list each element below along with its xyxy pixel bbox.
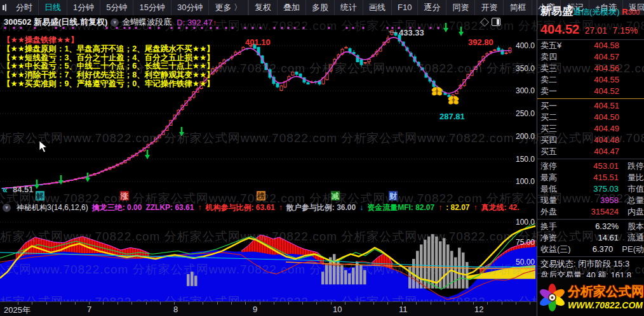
stat-label-2: 跌停	[627, 161, 644, 172]
diamond-icon[interactable]	[480, 17, 489, 26]
site-logo[interactable]: 分析家公式网 WWW.70822.COM	[537, 277, 644, 316]
menu-item-5分钟[interactable]: 5分钟	[100, 0, 133, 15]
rules-line: 【★★操盘原则：1、早盘高开不追；2、尾盘跳水不买★★】	[3, 45, 215, 54]
ask-row-卖五[interactable]: 卖五¥404.58	[537, 40, 644, 51]
stats-block-1: 涨停453.01跌停最高415.51量比最低375.03市值现量3958总量外盘…	[537, 161, 644, 218]
last-price-row: 404.52 27.01 7.15%	[537, 18, 644, 40]
stat-value: 315424	[574, 206, 619, 218]
level-label: 卖一	[540, 86, 574, 97]
layout-window-icon[interactable]	[5, 4, 6, 11]
menu-item-日线[interactable]: 日线	[39, 0, 67, 15]
stat-row-涨停: 涨停453.01跌停	[537, 161, 644, 172]
axis-tick	[502, 302, 502, 305]
svg-text:392.80: 392.80	[468, 37, 493, 47]
indicator-value: : 82.07	[446, 203, 469, 212]
menu-item-分时[interactable]: 分时	[10, 0, 39, 15]
axis-tick	[131, 302, 132, 305]
menu-item-画线[interactable]: 画线	[363, 0, 392, 15]
split-pane-icon[interactable]	[492, 18, 500, 26]
stat-value: 3958	[574, 195, 619, 206]
chevron-down-icon[interactable]: ▾	[111, 18, 119, 27]
ask-row-卖三[interactable]: 卖三404.56	[537, 63, 644, 74]
stat-row-最高: 最高415.51量比	[537, 172, 644, 183]
ask-row-卖二[interactable]: 卖二404.55	[537, 74, 644, 86]
stock-code-title: 300502 新易盛(日线.前复权)	[4, 16, 107, 28]
menu-item-15分钟[interactable]: 15分钟	[133, 0, 171, 15]
event-marker-涨[interactable]: 涨	[120, 191, 129, 201]
event-marker-榜[interactable]: 榜	[257, 191, 265, 201]
stats-block-2: 换手6.32%股本净资14.61流通收益(三)6.370PE(动	[537, 221, 644, 255]
menu-item-更多 〉[interactable]: 更多 〉	[209, 0, 248, 15]
event-marker-解[interactable]: 解	[36, 191, 44, 201]
menu-item-多股[interactable]: 多股	[306, 0, 335, 15]
level-label: 买二	[540, 112, 574, 123]
stat-row-最低: 最低375.03市值	[537, 183, 644, 195]
axis-tick	[387, 302, 388, 305]
stat-row-收益(三): 收益(三)6.370PE(动	[537, 244, 644, 255]
svg-text:100.0: 100.0	[516, 177, 535, 186]
panel-divider[interactable]	[537, 0, 537, 316]
stat-label-2: 股本	[627, 221, 644, 232]
stat-row-净资: 净资14.61流通	[537, 232, 644, 244]
rules-lines: 【★★操盘原则：1、早盘高开不追；2、尾盘跳水不买★★】【★★短线盈亏：3、百分…	[3, 45, 215, 89]
stat-row-现量: 现量3958总量	[537, 195, 644, 206]
axis-tick	[345, 302, 345, 305]
bid-row-买三[interactable]: 买三404.49	[537, 123, 644, 135]
stat-value: 6.32%	[574, 221, 619, 232]
svg-text:300.0: 300.0	[516, 86, 535, 95]
indicator-value: 机构参与比例: 63.61	[205, 203, 274, 212]
menu-item-复权[interactable]: 复权	[249, 0, 278, 15]
stat-label-2: 市值	[627, 183, 644, 195]
menu-item-叠加[interactable]: 叠加	[278, 0, 306, 15]
stat-label-2: PE(动	[622, 244, 644, 255]
indicator-value: ↑	[438, 203, 442, 212]
indicator-value: 散户参与比例: 36.00	[286, 203, 356, 212]
level-price: 404.58	[574, 40, 619, 51]
stat-label-2: 总量	[627, 195, 644, 206]
bid-row-买二[interactable]: 买二404.50	[537, 112, 644, 123]
menu-item-开资[interactable]: 开资	[475, 0, 504, 15]
event-marker-减[interactable]: 减	[331, 191, 340, 201]
trading-app-window: 分时日线1分钟5分钟15分钟30分钟更多 〉 复权叠加多股统计画线F10逐分同资…	[0, 0, 644, 316]
axis-tick	[89, 302, 90, 305]
event-marker-财[interactable]: 财	[389, 191, 398, 201]
axis-tick	[75, 302, 76, 305]
stat-label-2: 内盘	[627, 206, 644, 218]
svg-text:401.10: 401.10	[245, 37, 271, 47]
menu-item-简框[interactable]: 简框	[504, 0, 532, 15]
collapse-indicator-icon[interactable]: ▾	[3, 204, 11, 212]
ask-row-卖一[interactable]: 卖一404.52	[537, 86, 644, 97]
rules-title: 【★★操盘铁律★★】	[3, 36, 215, 45]
axis-tick	[459, 302, 459, 305]
svg-text:84.51: 84.51	[13, 185, 34, 194]
svg-text:50.00: 50.00	[516, 258, 535, 267]
ask-row-卖四[interactable]: 卖四404.57	[537, 51, 644, 63]
svg-text:350.0: 350.0	[516, 64, 535, 73]
ask-levels: 卖五¥404.58卖四404.57卖三404.56卖二404.55卖一404.5…	[537, 40, 644, 97]
indicator-value: ↑	[198, 203, 201, 212]
stat-value: 453.01	[574, 161, 619, 172]
level-price: 404.55	[574, 74, 619, 86]
stat-value: 415.51	[574, 172, 619, 183]
axis-tick	[203, 302, 203, 305]
bid-row-买四[interactable]: 买四404.48	[537, 135, 644, 146]
level-label: 买五	[540, 146, 574, 157]
axis-tick	[189, 302, 189, 305]
menu-item-30分钟[interactable]: 30分钟	[171, 0, 209, 15]
menu-item-逐分[interactable]: 逐分	[418, 0, 446, 15]
axis-tick	[530, 302, 530, 305]
menu-item-统计[interactable]: 统计	[335, 0, 363, 15]
date-label-11: 11	[399, 305, 408, 314]
bid-row-买一[interactable]: 买一404.51	[537, 100, 644, 112]
menu-item-1分钟[interactable]: 1分钟	[67, 0, 100, 15]
level-price: 404.50	[574, 112, 619, 123]
level-label: 买三	[540, 123, 574, 135]
bid-row-买五[interactable]: 买五404.47	[537, 146, 644, 157]
level-price: 404.52	[574, 86, 619, 97]
level-label: 卖五¥	[540, 40, 574, 51]
menu-item-同资[interactable]: 同资	[446, 0, 475, 15]
stat-value: 6.370	[571, 244, 613, 255]
menu-item-F10[interactable]: F10	[392, 0, 418, 15]
chart-title-bar: 300502 新易盛(日线.前复权) ▾ 金蝴蝶波段底 D: 392.47 ↑	[0, 15, 537, 29]
quote-panel: 新易盛通信(光模块) R300 404.52 27.01 7.15% 卖五¥40…	[537, 0, 644, 316]
